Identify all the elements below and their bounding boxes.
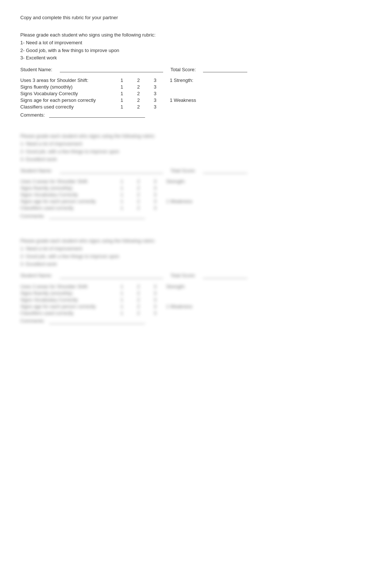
score-nums-2-2: 1 2 3 [118, 185, 159, 191]
page-header: Copy and complete this rubric for your p… [20, 15, 372, 20]
section-1: Copy and complete this rubric for your p… [20, 15, 372, 118]
score-4-3: 3 [151, 97, 159, 103]
score-3-2: 2 [135, 91, 142, 96]
student-name-input-3 [60, 273, 163, 279]
criteria-row-2-3: Signs Vocabulary Correctly 1 2 3 [20, 192, 372, 197]
total-score-label-2: Total Score: [171, 168, 196, 173]
rubric-instructions-3: Please grade each student who signs usin… [20, 237, 372, 268]
criteria-row-3-2: Signs fluently (smoothly) 1 2 3 [20, 290, 372, 296]
comment-label-2: Comments: [20, 213, 46, 219]
criteria-name-3-4: Signs age for each person correctly [20, 304, 114, 309]
criteria-name-2-3: Signs Vocabulary Correctly [20, 192, 114, 197]
criteria-row-3: Signs Vocabulary Correctly 1 2 3 [20, 91, 372, 96]
instructions-level1: 1- Need a lot of improvement [20, 39, 372, 47]
strength-label-2-1: Strength: [166, 179, 186, 184]
criteria-row-3-1: Uses 3 areas for Shoulder Shift: 1 2 3 S… [20, 284, 372, 289]
criteria-name-2: Signs fluently (smoothly) [20, 84, 114, 90]
comment-input-2 [49, 213, 145, 219]
rubric-instructions-2: Please grade each student who signs usin… [20, 132, 372, 163]
criteria-name-2-5: Classifiers used correctly [20, 205, 114, 211]
comment-input-1[interactable] [49, 112, 145, 118]
student-info-row-2: Student Name: Total Score: [20, 168, 372, 173]
instructions-level3-3: 3- Excellent work [20, 261, 372, 268]
total-score-label-3: Total Score: [171, 273, 196, 278]
criteria-row-2-4: Signs age for each person correctly 1 2 … [20, 199, 372, 204]
student-name-input[interactable] [60, 66, 163, 72]
weakness-label-3-4: 1 Weakness [166, 304, 192, 309]
instructions-level3-2: 3- Excellent work [20, 156, 372, 163]
score-1-1: 1 [118, 77, 125, 83]
criteria-row-2-1: Uses 3 areas for Shoulder Shift: 1 2 3 S… [20, 179, 372, 184]
student-name-input-2 [60, 168, 163, 173]
score-nums-2: 1 2 3 [118, 84, 159, 90]
criteria-name-2-2: Signs fluently (smoothly) [20, 185, 114, 191]
score-nums-2-4: 1 2 3 [118, 199, 159, 204]
score-3-3: 3 [151, 91, 159, 96]
score-nums-3-3: 1 2 3 [118, 297, 159, 303]
instructions-intro-2: Please grade each student who signs usin… [20, 132, 372, 140]
instructions-level1-3: 1- Need a lot of improvement [20, 245, 372, 253]
student-name-label-3: Student Name: [20, 273, 52, 278]
score-nums-3-1: 1 2 3 [118, 284, 159, 289]
student-info-row: Student Name: Total Score: [20, 66, 372, 72]
criteria-name-4: Signs age for each person correctly [20, 97, 114, 103]
criteria-name-2-1: Uses 3 areas for Shoulder Shift: [20, 179, 114, 184]
instructions-level2-3: 2- Good job, with a few things to improv… [20, 253, 372, 261]
comment-row-3: Comments: [20, 318, 372, 324]
score-nums-3-2: 1 2 3 [118, 290, 159, 296]
criteria-row-4: Signs age for each person correctly 1 2 … [20, 97, 372, 103]
criteria-row-3-3: Signs Vocabulary Correctly 1 2 3 [20, 297, 372, 303]
criteria-row-3-5: Classifiers used correctly 1 2 3 [20, 310, 372, 316]
total-score-input-2 [203, 168, 247, 173]
instructions-intro: Please grade each student who signs usin… [20, 31, 372, 39]
score-nums-2-3: 1 2 3 [118, 192, 159, 197]
instructions-level3: 3- Excellent work [20, 54, 372, 62]
score-nums-3: 1 2 3 [118, 91, 159, 96]
total-score-input[interactable] [203, 66, 247, 72]
score-nums-1: 1 2 3 [118, 77, 159, 83]
score-1-3: 3 [151, 77, 159, 83]
section-3-blurred: Please grade each student who signs usin… [20, 237, 372, 324]
student-info-row-3: Student Name: Total Score: [20, 273, 372, 279]
score-2-3: 3 [151, 84, 159, 90]
total-score-input-3 [203, 273, 247, 279]
score-5-1: 1 [118, 104, 125, 110]
comment-label-1: Comments: [20, 112, 46, 118]
criteria-row-2-5: Classifiers used correctly 1 2 3 [20, 205, 372, 211]
comment-row-1: Comments: [20, 112, 372, 118]
score-1-2: 2 [135, 77, 142, 83]
rubric-instructions: Please grade each student who signs usin… [20, 31, 372, 62]
section-2-blurred: Please grade each student who signs usin… [20, 132, 372, 219]
criteria-row-2-2: Signs fluently (smoothly) 1 2 3 [20, 185, 372, 191]
weakness-label-2-4: 1 Weakness [166, 199, 192, 204]
score-4-2: 2 [135, 97, 142, 103]
header-text: Copy and complete this rubric for your p… [20, 15, 372, 20]
comment-input-3 [49, 318, 145, 324]
criteria-name-5: Classifiers used correctly [20, 104, 114, 110]
criteria-name-3-5: Classifiers used correctly [20, 310, 114, 316]
score-nums-3-5: 1 2 3 [118, 310, 159, 316]
criteria-name-3: Signs Vocabulary Correctly [20, 91, 114, 96]
strength-label-3-1: Strength: [166, 284, 186, 289]
instructions-intro-3: Please grade each student who signs usin… [20, 237, 372, 245]
criteria-name-3-1: Uses 3 areas for Shoulder Shift: [20, 284, 114, 289]
comment-label-3: Comments: [20, 318, 46, 324]
score-nums-4: 1 2 3 [118, 97, 159, 103]
instructions-level2: 2- Good job, with a few things to improv… [20, 47, 372, 55]
criteria-row-2: Signs fluently (smoothly) 1 2 3 [20, 84, 372, 90]
score-5-3: 3 [151, 104, 159, 110]
student-name-label-2: Student Name: [20, 168, 52, 173]
instructions-level1-2: 1- Need a lot of improvement [20, 140, 372, 148]
student-name-label: Student Name: [20, 67, 52, 72]
score-3-1: 1 [118, 91, 125, 96]
criteria-name-3-3: Signs Vocabulary Correctly [20, 297, 114, 303]
score-nums-2-1: 1 2 3 [118, 179, 159, 184]
score-5-2: 2 [135, 104, 142, 110]
score-4-1: 1 [118, 97, 125, 103]
total-score-label: Total Score: [171, 67, 196, 72]
strength-label-1: 1 Strength: [166, 77, 193, 83]
criteria-name-3-2: Signs fluently (smoothly) [20, 290, 114, 296]
criteria-row-5: Classifiers used correctly 1 2 3 [20, 104, 372, 110]
score-nums-3-4: 1 2 3 [118, 304, 159, 309]
comment-row-2: Comments: [20, 213, 372, 219]
